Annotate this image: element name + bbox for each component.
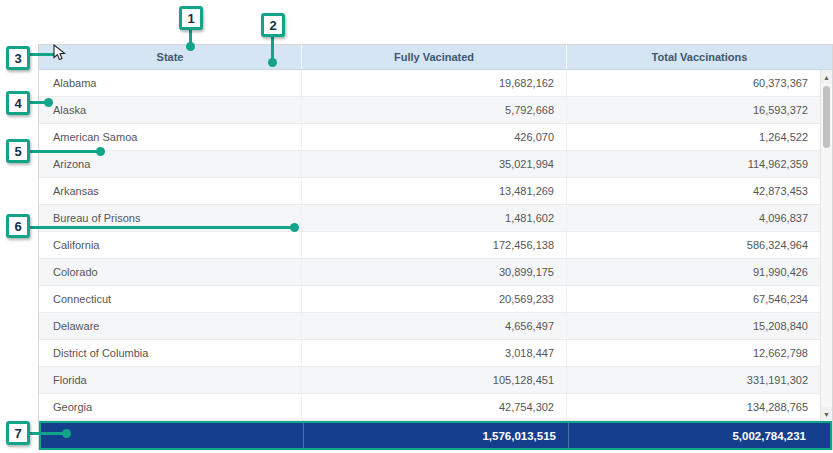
column-header-state[interactable]: State — [39, 45, 301, 69]
callout-2: 2 — [261, 13, 285, 37]
total-vaccinations-cell: 91,990,426 — [566, 259, 832, 285]
column-header-fully-vaccinated[interactable]: Fully Vacinated — [301, 45, 566, 69]
table-row[interactable]: Connecticut20,569,23367,546,234 — [39, 286, 832, 313]
table-row[interactable]: Florida105,128,451331,191,302 — [39, 367, 832, 394]
total-vaccinations-cell: 134,288,765 — [566, 394, 832, 420]
annotated-screenshot: State Fully Vacinated Total Vaccinations… — [0, 0, 833, 453]
fully-vaccinated-cell: 5,792,668 — [301, 97, 566, 123]
total-vaccinations-cell: 1,264,522 — [566, 124, 832, 150]
table-row[interactable]: Colorado30,899,17591,990,426 — [39, 259, 832, 286]
fully-vaccinated-cell: 13,481,269 — [301, 178, 566, 204]
total-vaccinations-cell: 15,208,840 — [566, 313, 832, 339]
callout-1: 1 — [179, 6, 203, 30]
total-state-cell — [41, 423, 303, 448]
table-row[interactable]: Arizona35,021,994114,962,359 — [39, 151, 832, 178]
state-cell: California — [39, 232, 301, 258]
callout-6: 6 — [6, 214, 30, 238]
state-cell: Alaska — [39, 97, 301, 123]
scroll-up-button[interactable]: ▲ — [821, 70, 832, 84]
total-vaccinations-cell: 114,962,359 — [566, 151, 832, 177]
fully-vaccinated-cell: 3,018,447 — [301, 340, 566, 366]
state-cell: Arkansas — [39, 178, 301, 204]
total-total-vaccinations-cell: 5,002,784,231 — [568, 423, 830, 448]
table-row[interactable]: American Samoa426,0701,264,522 — [39, 124, 832, 151]
scroll-down-button[interactable]: ▼ — [821, 407, 832, 421]
total-vaccinations-cell: 4,096,837 — [566, 205, 832, 231]
total-vaccinations-cell: 586,324,964 — [566, 232, 832, 258]
vertical-scrollbar[interactable]: ▲ ▼ — [820, 70, 832, 421]
state-cell: District of Columbia — [39, 340, 301, 366]
table-row[interactable]: Alaska5,792,66816,593,372 — [39, 97, 832, 124]
total-vaccinations-cell: 16,593,372 — [566, 97, 832, 123]
callout-3: 3 — [6, 46, 30, 70]
table-total-row: 1,576,013,515 5,002,784,231 — [39, 421, 832, 450]
fully-vaccinated-cell: 42,754,302 — [301, 394, 566, 420]
fully-vaccinated-cell: 35,021,994 — [301, 151, 566, 177]
total-vaccinations-cell: 42,873,453 — [566, 178, 832, 204]
fully-vaccinated-cell: 20,569,233 — [301, 286, 566, 312]
fully-vaccinated-cell: 426,070 — [301, 124, 566, 150]
table-row[interactable]: District of Columbia3,018,44712,662,798 — [39, 340, 832, 367]
column-header-total-vaccinations[interactable]: Total Vaccinations — [566, 45, 832, 69]
table-row[interactable]: Arkansas13,481,26942,873,453 — [39, 178, 832, 205]
callout-dot-5 — [96, 147, 105, 156]
state-cell: Delaware — [39, 313, 301, 339]
table-row[interactable]: Delaware4,656,49715,208,840 — [39, 313, 832, 340]
fully-vaccinated-cell: 4,656,497 — [301, 313, 566, 339]
callout-dot-4 — [44, 98, 53, 107]
table-header-row: State Fully Vacinated Total Vaccinations — [39, 45, 832, 70]
fully-vaccinated-cell: 1,481,602 — [301, 205, 566, 231]
scrollbar-thumb[interactable] — [823, 86, 830, 148]
vaccination-data-table: State Fully Vacinated Total Vaccinations… — [38, 44, 833, 450]
total-vaccinations-cell: 60,373,367 — [566, 70, 832, 96]
total-vaccinations-cell: 67,546,234 — [566, 286, 832, 312]
table-row[interactable]: Alabama19,682,16260,373,367 — [39, 70, 832, 97]
total-vaccinations-cell: 331,191,302 — [566, 367, 832, 393]
state-cell: Alabama — [39, 70, 301, 96]
state-cell: Arizona — [39, 151, 301, 177]
callout-dot-6 — [290, 223, 299, 232]
state-cell: Georgia — [39, 394, 301, 420]
total-vaccinations-cell: 12,662,798 — [566, 340, 832, 366]
mouse-cursor-icon — [53, 44, 68, 65]
callout-7: 7 — [6, 421, 30, 445]
fully-vaccinated-cell: 19,682,162 — [301, 70, 566, 96]
callout-line-6 — [29, 226, 292, 229]
up-arrow-icon: ▲ — [823, 74, 830, 81]
callout-5: 5 — [6, 139, 30, 163]
state-cell: American Samoa — [39, 124, 301, 150]
callout-line-7 — [29, 432, 64, 435]
table-row[interactable]: California172,456,138586,324,964 — [39, 232, 832, 259]
state-cell: Connecticut — [39, 286, 301, 312]
callout-dot-1 — [186, 42, 195, 51]
fully-vaccinated-cell: 172,456,138 — [301, 232, 566, 258]
state-cell: Colorado — [39, 259, 301, 285]
state-cell: Florida — [39, 367, 301, 393]
table-row[interactable]: Georgia42,754,302134,288,765 — [39, 394, 832, 421]
callout-line-5 — [29, 150, 98, 153]
fully-vaccinated-cell: 30,899,175 — [301, 259, 566, 285]
callout-4: 4 — [6, 91, 30, 115]
callout-dot-7 — [62, 429, 71, 438]
table-body: Alabama19,682,16260,373,367Alaska5,792,6… — [39, 70, 832, 421]
fully-vaccinated-cell: 105,128,451 — [301, 367, 566, 393]
total-fully-vaccinated-cell: 1,576,013,515 — [303, 423, 568, 448]
down-arrow-icon: ▼ — [823, 411, 830, 418]
callout-dot-2 — [268, 58, 277, 67]
